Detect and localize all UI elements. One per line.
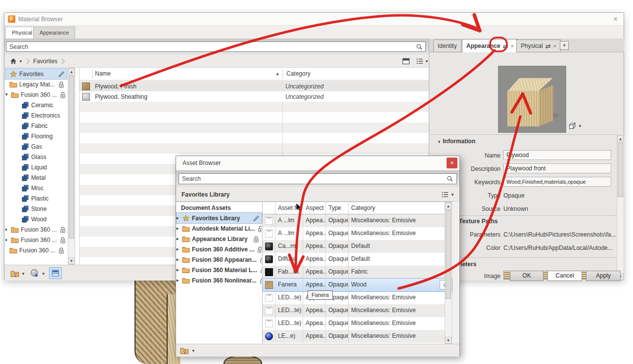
dialog-item-fusion-material[interactable]: ▶ Fusion 360 Material L...: [177, 265, 262, 275]
manage-library-icon[interactable]: [180, 346, 189, 355]
asset-table-scrollbar-thumb[interactable]: [446, 210, 451, 299]
column-header-aspect[interactable]: Aspect: [303, 202, 326, 214]
tree-scrollbar-thumb[interactable]: [69, 76, 74, 239]
apply-button[interactable]: Apply: [586, 271, 621, 281]
sidebar-item-fabric[interactable]: Fabric: [5, 121, 67, 131]
sidebar-item-fusion-4[interactable]: Fusion 360 ...: [5, 245, 67, 255]
breadcrumb-favorites[interactable]: Favorites: [33, 58, 57, 65]
dialog-item-fusion-additive[interactable]: ▶ Fusion 360 Additive ...: [177, 244, 262, 254]
caret-right-icon[interactable]: ▶: [177, 237, 180, 241]
create-material-dropdown-icon[interactable]: ▼: [42, 272, 45, 276]
table-row-plywood-sheathing[interactable]: Plywood, Sheathing Uncategorized: [80, 91, 429, 102]
pencil-icon[interactable]: [252, 214, 260, 222]
preview-shape-icon[interactable]: [568, 121, 576, 130]
sidebar-item-flooring[interactable]: Flooring: [5, 131, 67, 141]
caret-right-icon[interactable]: ▶: [5, 227, 9, 232]
asset-row[interactable]: A ...lmAppea...OpaqueMiscellaneous: Emis…: [263, 227, 452, 240]
star-icon: [9, 70, 17, 78]
view-type-dropdown-icon[interactable]: ▼: [451, 193, 454, 197]
editor-scrollbar-thumb[interactable]: [618, 143, 623, 197]
pencil-icon[interactable]: [57, 70, 65, 78]
close-physical-tab-icon[interactable]: ×: [553, 40, 556, 52]
tab-physical-editor[interactable]: Physical ⇄ ×: [516, 40, 561, 52]
caret-right-icon[interactable]: ▶: [5, 238, 9, 242]
sidebar-item-fusion-3[interactable]: ▶ Fusion 360 ...: [5, 235, 67, 245]
ok-button[interactable]: OK: [510, 271, 543, 281]
column-header-type[interactable]: Type: [326, 202, 349, 214]
sidebar-item-gas[interactable]: Gas: [5, 141, 67, 152]
sidebar-item-metal[interactable]: Metal: [5, 172, 67, 183]
swap-appearance-icon[interactable]: ⇄: [503, 40, 508, 52]
sidebar-item-electronics[interactable]: Electronics: [5, 110, 67, 121]
caret-right-icon[interactable]: ▶: [177, 247, 180, 251]
dialog-item-fusion-nonlinear[interactable]: ▶ Fusion 360 Nonlinear...: [177, 275, 262, 285]
table-row-plywood-finish[interactable]: Plywood, Finish Uncategorized: [80, 81, 429, 91]
asset-row[interactable]: LED...te)Appea...OpaqueMiscellaneous: Em…: [263, 317, 452, 330]
view-type-icon[interactable]: [441, 191, 449, 199]
sidebar-item-misc[interactable]: Misc: [5, 183, 67, 193]
column-header-category[interactable]: Category: [349, 202, 451, 214]
manage-library-dropdown-icon[interactable]: ▼: [191, 349, 195, 353]
sidebar-item-glass[interactable]: Glass: [5, 152, 67, 162]
dialog-search-input[interactable]: [179, 173, 457, 184]
dialog-item-appearance-library[interactable]: ▶ Appearance Library: [177, 234, 262, 244]
preview-shape-dropdown-icon[interactable]: ▼: [578, 124, 582, 128]
asset-row[interactable]: LED...te)Appea...OpaqueMiscellaneous: Em…: [263, 291, 452, 304]
caret-right-icon[interactable]: ▶: [177, 268, 180, 272]
caret-down-icon[interactable]: ▼: [5, 92, 9, 97]
dialog-close-button[interactable]: ×: [447, 158, 457, 168]
asset-row[interactable]: LE...e)Appea...OpaqueMiscellaneous: Emis…: [263, 330, 452, 343]
name-field[interactable]: [503, 150, 611, 160]
close-appearance-tab-icon[interactable]: ×: [511, 40, 514, 52]
manage-library-dropdown-icon[interactable]: ▼: [21, 272, 25, 276]
dialog-item-autodesk-material[interactable]: ▶ Autodesk Material Li...: [177, 223, 262, 234]
asset-row[interactable]: DiffusoAppea...OpaqueDefault: [263, 253, 452, 266]
dialog-item-fusion-appearance[interactable]: ▶ Fusion 360 Appearan...: [177, 254, 262, 265]
asset-row[interactable]: LED...te)Appea...OpaqueMiscellaneous: Em…: [263, 304, 452, 317]
column-header-category[interactable]: Category: [286, 70, 311, 77]
sidebar-item-ceramic[interactable]: Ceramic: [5, 100, 67, 110]
asset-row[interactable]: Ca...rmAppea...OpaqueDefault: [263, 240, 452, 253]
tree-scrollbar[interactable]: ▲ ▼: [68, 68, 75, 265]
description-field[interactable]: [503, 163, 611, 173]
editor-scrollbar[interactable]: ▲ ▼: [617, 135, 624, 281]
tab-appearance-editor[interactable]: Appearance ⇄ ×: [462, 39, 518, 52]
caret-right-icon[interactable]: ▶: [177, 216, 180, 220]
view-type-dropdown-icon[interactable]: ▼: [425, 59, 429, 64]
home-icon[interactable]: [9, 57, 17, 65]
sidebar-item-fusion-2[interactable]: ▶ Fusion 360 ...: [5, 224, 67, 235]
dialog-item-favorites-library[interactable]: ▶ Favorites Library: [177, 213, 262, 223]
view-type-icon[interactable]: [416, 57, 424, 65]
window-close-icon[interactable]: ×: [613, 15, 618, 23]
information-section-header[interactable]: ▼ Information: [437, 138, 475, 145]
column-header-name[interactable]: Name: [95, 70, 111, 77]
asset-row[interactable]: Fab...ckAppea...OpaqueFabric: [263, 266, 452, 279]
asset-row-fanera[interactable]: FaneraAppea...OpaqueWood ⇄: [263, 279, 452, 291]
sidebar-item-liquid[interactable]: Liquid: [5, 162, 67, 172]
sidebar-item-stone[interactable]: Stone: [5, 203, 67, 214]
display-options-button[interactable]: [49, 267, 62, 279]
sidebar-item-fusion-lib[interactable]: ▼ Fusion 360 ...: [5, 89, 67, 100]
swap-physical-icon[interactable]: ⇄: [545, 40, 551, 52]
create-material-icon[interactable]: [30, 269, 40, 278]
sidebar-item-wood[interactable]: Wood: [5, 214, 67, 224]
caret-right-icon[interactable]: ▶: [177, 278, 180, 283]
tab-identity[interactable]: Identity: [433, 40, 461, 52]
search-input[interactable]: [6, 41, 426, 52]
asset-row[interactable]: A ...lmAppea...OpaqueMiscellaneous: Emis…: [263, 214, 452, 227]
cancel-button[interactable]: Cancel: [547, 271, 582, 281]
sort-ascending-icon[interactable]: ▲: [275, 72, 279, 76]
texture-paths-section-header[interactable]: Texture Paths: [459, 218, 497, 225]
tab-appearance[interactable]: Appearance: [33, 27, 75, 39]
add-tab-button[interactable]: +: [560, 41, 569, 50]
caret-right-icon[interactable]: ▶: [177, 226, 180, 231]
home-dropdown-icon[interactable]: ▼: [19, 59, 23, 64]
caret-right-icon[interactable]: ▶: [177, 257, 180, 262]
keywords-field[interactable]: [503, 177, 611, 187]
manage-library-icon[interactable]: [10, 269, 19, 278]
sidebar-item-favorites[interactable]: Favorites: [5, 69, 67, 79]
preview-pane-toggle-icon[interactable]: [402, 57, 410, 65]
sidebar-item-plastic[interactable]: Plastic: [5, 193, 67, 203]
asset-table-scrollbar[interactable]: ▲ ▼: [445, 202, 452, 344]
sidebar-item-legacy[interactable]: Legacy Mat...: [5, 79, 67, 89]
